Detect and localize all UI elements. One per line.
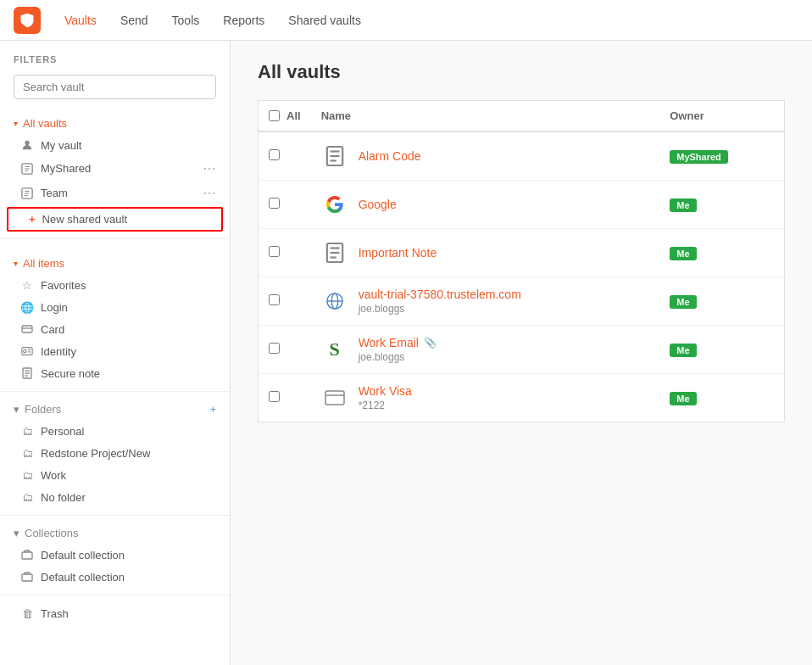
add-folder-icon[interactable]: +: [209, 403, 216, 416]
main-content: All vaults All Name Owner: [231, 41, 812, 665]
item-icon-card: [321, 384, 348, 411]
table-row: S Work Email 📎 joe.bloggs: [259, 326, 785, 374]
divider: [0, 238, 230, 239]
item-name[interactable]: Important Note: [359, 246, 437, 260]
row-name-cell: vault-trial-37580.trustelem.com joe.blog…: [311, 277, 660, 326]
star-icon: ☆: [20, 278, 34, 292]
table-row: vault-trial-37580.trustelem.com joe.blog…: [259, 277, 785, 326]
sidebar-item-favorites[interactable]: ☆ Favorites: [0, 274, 230, 296]
svg-point-12: [24, 349, 27, 353]
item-name[interactable]: Work Email: [359, 336, 419, 349]
svg-rect-20: [22, 574, 32, 581]
item-icon-note: [321, 239, 348, 266]
main-layout: FILTERS ▾ All vaults My vault MyShared: [0, 41, 812, 665]
trash-label: Trash: [41, 607, 69, 620]
nav-shared-vaults[interactable]: Shared vaults: [278, 8, 371, 32]
more-options-icon[interactable]: ⋯: [203, 185, 216, 201]
chevron-down-icon: ▾: [14, 119, 18, 128]
all-items-label: All items: [23, 257, 64, 270]
sidebar-item-myvault[interactable]: My vault: [0, 134, 230, 156]
folders-header[interactable]: ▾ Folders +: [0, 399, 230, 420]
sidebar-item-myshared[interactable]: MyShared ⋯: [0, 156, 230, 181]
row-owner-cell: Me: [659, 374, 784, 422]
row-checkbox[interactable]: [269, 391, 280, 402]
item-name[interactable]: Alarm Code: [359, 149, 421, 163]
app-logo[interactable]: [14, 7, 41, 34]
row-name-cell: Google: [311, 181, 660, 229]
row-checkbox[interactable]: [269, 343, 280, 354]
all-vaults-header[interactable]: ▾ All vaults: [0, 113, 230, 134]
default-collection-1-label: Default collection: [41, 549, 125, 562]
plus-icon: +: [29, 213, 36, 226]
new-shared-vault-button[interactable]: + New shared vault: [7, 207, 223, 232]
note-icon: [20, 366, 34, 380]
row-checkbox-cell: [259, 277, 311, 326]
sidebar-item-team[interactable]: Team ⋯: [0, 181, 230, 205]
sidebar-item-card[interactable]: Card: [0, 318, 230, 340]
more-options-icon[interactable]: ⋯: [203, 160, 216, 176]
card-icon: [20, 322, 34, 336]
nav-vaults[interactable]: Vaults: [54, 8, 107, 32]
favorites-label: Favorites: [41, 279, 86, 292]
row-checkbox-cell: [259, 131, 311, 181]
sidebar-item-secure-note[interactable]: Secure note: [0, 362, 230, 384]
sidebar-item-trash[interactable]: 🗑 Trash: [0, 602, 230, 624]
svg-rect-19: [22, 552, 32, 559]
item-sub: joe.bloggs: [359, 351, 437, 363]
folder-icon: 🗂: [20, 468, 34, 482]
row-name-cell: S Work Email 📎 joe.bloggs: [311, 326, 660, 374]
globe-icon: 🌐: [20, 300, 34, 314]
nav-send[interactable]: Send: [110, 8, 159, 32]
owner-badge: MyShared: [670, 150, 728, 164]
row-owner-cell: Me: [659, 181, 784, 229]
nav-tools[interactable]: Tools: [162, 8, 210, 32]
select-all-checkbox[interactable]: [269, 110, 280, 121]
item-icon-note: [321, 142, 348, 170]
item-name[interactable]: vault-trial-37580.trustelem.com: [359, 288, 521, 301]
item-name[interactable]: Work Visa: [359, 384, 412, 398]
all-items-header[interactable]: ▾ All items: [0, 253, 230, 274]
row-checkbox-cell: [259, 181, 311, 229]
row-checkbox[interactable]: [269, 246, 280, 257]
folders-label: Folders: [25, 403, 61, 416]
attachment-icon: 📎: [424, 337, 437, 349]
sidebar-item-default-collection-1[interactable]: Default collection: [0, 544, 230, 566]
divider2: [0, 391, 230, 392]
item-icon-globe: [321, 288, 348, 315]
owner-badge: Me: [670, 392, 696, 405]
svg-rect-9: [22, 326, 32, 332]
sidebar-item-default-collection-2[interactable]: Default collection: [0, 566, 230, 588]
row-owner-cell: Me: [659, 277, 784, 326]
search-input[interactable]: [23, 81, 207, 93]
collections-header[interactable]: ▾ Collections: [0, 522, 230, 544]
sidebar-item-personal[interactable]: 🗂 Personal: [0, 420, 230, 442]
folder-icon: 🗂: [20, 446, 34, 460]
sidebar-item-login[interactable]: 🌐 Login: [0, 296, 230, 318]
all-label: All: [286, 109, 301, 122]
row-checkbox[interactable]: [269, 294, 280, 305]
item-sub: joe.bloggs: [359, 303, 521, 315]
sidebar-item-redstone[interactable]: 🗂 Redstone Project/New: [0, 442, 230, 464]
team-icon: [20, 187, 34, 200]
collections-label: Collections: [25, 527, 79, 539]
sidebar-item-no-folder[interactable]: 🗂 No folder: [0, 486, 230, 508]
owner-badge: Me: [670, 344, 696, 357]
sidebar-item-identity[interactable]: Identity: [0, 340, 230, 362]
nav-reports[interactable]: Reports: [213, 8, 275, 32]
item-icon-s: S: [321, 336, 348, 363]
row-name-cell: Important Note: [311, 229, 660, 277]
sidebar-item-work[interactable]: 🗂 Work: [0, 464, 230, 486]
owner-badge: Me: [670, 247, 696, 260]
row-checkbox[interactable]: [269, 149, 280, 160]
collection-icon: [20, 548, 34, 562]
row-owner-cell: MyShared: [659, 131, 784, 181]
table-row: Google Me: [259, 181, 785, 229]
card-label: Card: [41, 323, 64, 336]
row-checkbox[interactable]: [269, 198, 280, 209]
topnav-items: Vaults Send Tools Reports Shared vaults: [54, 8, 371, 32]
person-icon: [20, 138, 34, 152]
default-collection-2-label: Default collection: [41, 571, 125, 584]
shared-icon: [20, 162, 34, 176]
item-name[interactable]: Google: [359, 198, 397, 211]
myshared-label: MyShared: [41, 162, 91, 175]
